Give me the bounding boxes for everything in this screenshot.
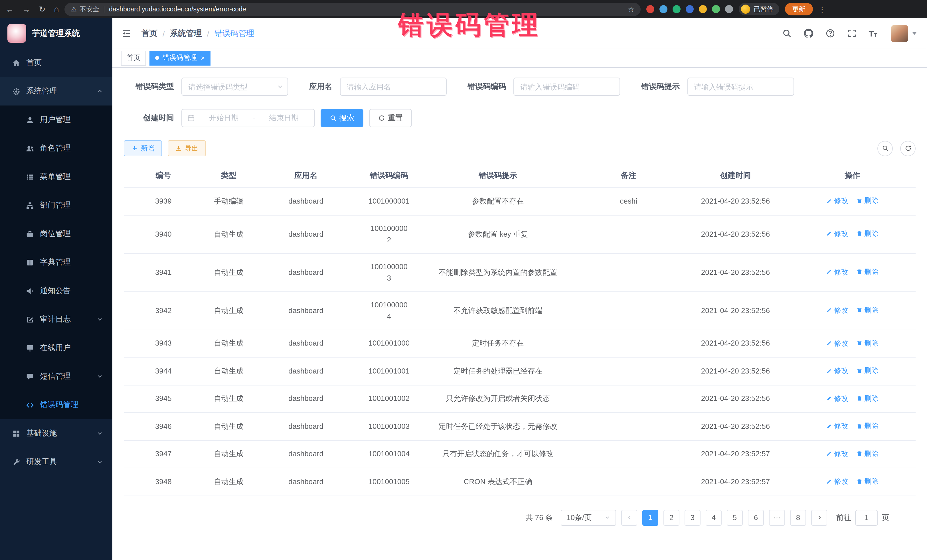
- page-number-3[interactable]: 3: [685, 510, 701, 525]
- error-code-type-input[interactable]: [181, 77, 288, 96]
- edit-link[interactable]: 修改: [826, 228, 848, 240]
- active-tab-dot: [155, 56, 159, 60]
- app-name-input[interactable]: [340, 77, 447, 96]
- error-hint-input[interactable]: [687, 77, 794, 96]
- breadcrumb-item[interactable]: 首页: [141, 28, 158, 38]
- cell-id: 3946: [124, 413, 203, 440]
- filter-row-2: 创建时间 开始日期 - 结束日期 搜索 重置: [124, 109, 916, 127]
- sidebar-item-dept-management[interactable]: 部门管理: [0, 191, 112, 220]
- sidebar-item-notice-management[interactable]: 通知公告: [0, 276, 112, 305]
- page-number-6[interactable]: 6: [748, 510, 764, 525]
- delete-link[interactable]: 删除: [856, 266, 878, 278]
- error-code-input[interactable]: [514, 77, 620, 96]
- next-page-button[interactable]: [811, 510, 827, 525]
- sidebar-item-online-users[interactable]: 在线用户: [0, 334, 112, 362]
- security-warning[interactable]: ⚠ 不安全: [71, 5, 99, 14]
- sidebar-item-home[interactable]: 首页: [0, 49, 112, 77]
- delete-link[interactable]: 删除: [856, 228, 878, 240]
- sidebar-item-post-management[interactable]: 岗位管理: [0, 220, 112, 248]
- page-number-4[interactable]: 4: [706, 510, 722, 525]
- reload-icon[interactable]: ↻: [39, 5, 46, 14]
- cell-actions: 修改删除: [789, 468, 916, 496]
- goto-page-input[interactable]: [855, 510, 878, 525]
- sidebar-item-infrastructure[interactable]: 基础设施: [0, 419, 112, 448]
- refresh-table-button[interactable]: [900, 141, 916, 156]
- browser-update-button[interactable]: 更新: [785, 3, 813, 15]
- sidebar-item-error-code-management[interactable]: 错误码管理: [0, 391, 112, 419]
- sidebar-item-menu-management[interactable]: 菜单管理: [0, 162, 112, 191]
- sidebar-fold-icon[interactable]: [121, 28, 132, 39]
- export-button[interactable]: 导出: [168, 140, 206, 156]
- delete-link[interactable]: 删除: [856, 420, 878, 432]
- cell-hint: 不能删除类型为系统内置的参数配置: [421, 253, 575, 291]
- edit-link[interactable]: 修改: [826, 448, 848, 459]
- page-ellipsis[interactable]: ···: [769, 510, 785, 525]
- user-menu[interactable]: [891, 25, 917, 42]
- font-size-icon[interactable]: TT: [869, 29, 877, 38]
- toggle-search-button[interactable]: [877, 141, 893, 156]
- edit-link[interactable]: 修改: [826, 195, 848, 206]
- edit-link[interactable]: 修改: [826, 476, 848, 487]
- edit-link[interactable]: 修改: [826, 365, 848, 376]
- extension-icon[interactable]: [725, 5, 733, 13]
- table-body: 3939手动编辑dashboard1001000001参数配置不存在ceshi2…: [124, 187, 916, 496]
- back-icon[interactable]: ←: [6, 5, 14, 14]
- sidebar-item-label: 首页: [26, 58, 42, 68]
- sidebar-item-dict-management[interactable]: 字典管理: [0, 248, 112, 276]
- delete-link[interactable]: 删除: [856, 195, 878, 206]
- error-code-type-select[interactable]: [181, 77, 288, 96]
- help-icon[interactable]: [825, 29, 835, 38]
- github-icon[interactable]: [804, 29, 813, 38]
- sidebar-item-user-management[interactable]: 用户管理: [0, 106, 112, 134]
- address-bar[interactable]: ⚠ 不安全 dashboard.yudao.iocoder.cn/system/…: [64, 3, 641, 16]
- extension-icon[interactable]: [699, 5, 707, 13]
- edit-link[interactable]: 修改: [826, 266, 848, 278]
- page-size-select[interactable]: 10条/页: [561, 510, 616, 525]
- fullscreen-icon[interactable]: [847, 29, 857, 38]
- tab-error-code[interactable]: 错误码管理×: [149, 50, 211, 65]
- page-number-2[interactable]: 2: [663, 510, 679, 525]
- date-range-picker[interactable]: 开始日期 - 结束日期: [181, 109, 315, 127]
- breadcrumb-item: 错误码管理: [214, 28, 254, 38]
- delete-link[interactable]: 删除: [856, 365, 878, 376]
- delete-link[interactable]: 删除: [856, 448, 878, 459]
- edit-link[interactable]: 修改: [826, 393, 848, 404]
- edit-link[interactable]: 修改: [826, 420, 848, 432]
- edit-link[interactable]: 修改: [826, 305, 848, 316]
- browser-menu-icon[interactable]: ⋮: [818, 5, 826, 14]
- extension-icon[interactable]: [686, 5, 694, 13]
- page-number-1[interactable]: 1: [642, 510, 658, 525]
- edit-link[interactable]: 修改: [826, 337, 848, 349]
- end-date-placeholder[interactable]: 结束日期: [258, 113, 309, 123]
- start-date-placeholder[interactable]: 开始日期: [199, 113, 249, 123]
- forward-icon[interactable]: →: [22, 5, 30, 14]
- sidebar-logo-row[interactable]: 芋道管理系统: [0, 18, 112, 49]
- delete-link[interactable]: 删除: [856, 393, 878, 404]
- search-icon[interactable]: [782, 29, 792, 38]
- delete-link[interactable]: 删除: [856, 337, 878, 349]
- extension-icon[interactable]: [712, 5, 720, 13]
- sidebar-item-audit-log[interactable]: 审计日志: [0, 305, 112, 334]
- sidebar-item-system-management[interactable]: 系统管理: [0, 77, 112, 106]
- sidebar-item-sms-management[interactable]: 短信管理: [0, 362, 112, 391]
- sidebar-item-dev-tools[interactable]: 研发工具: [0, 448, 112, 476]
- page-number-8[interactable]: 8: [790, 510, 806, 525]
- home-icon[interactable]: ⌂: [54, 5, 59, 14]
- breadcrumb-item[interactable]: 系统管理: [170, 28, 202, 38]
- tab-home[interactable]: 首页: [121, 50, 146, 65]
- page-number-5[interactable]: 5: [727, 510, 743, 525]
- close-tab-icon[interactable]: ×: [201, 54, 205, 62]
- extension-icon[interactable]: [673, 5, 681, 13]
- extension-icon[interactable]: [660, 5, 667, 13]
- delete-link[interactable]: 删除: [856, 476, 878, 487]
- sidebar-item-role-management[interactable]: 角色管理: [0, 134, 112, 162]
- search-button[interactable]: 搜索: [321, 109, 363, 127]
- bookmark-star-icon[interactable]: ☆: [628, 5, 634, 14]
- reset-button[interactable]: 重置: [369, 109, 412, 127]
- add-button[interactable]: 新增: [124, 140, 162, 156]
- profile-chip[interactable]: 已暂停: [739, 3, 779, 15]
- extension-icon[interactable]: [646, 5, 654, 13]
- delete-link[interactable]: 删除: [856, 305, 878, 316]
- prev-page-button[interactable]: [621, 510, 637, 525]
- delete-icon: [856, 307, 863, 313]
